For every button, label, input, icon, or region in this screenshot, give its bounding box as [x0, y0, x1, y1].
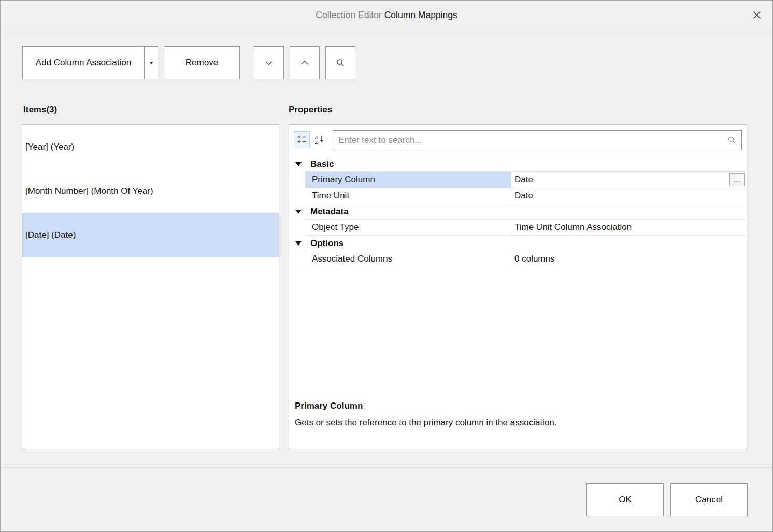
property-value-object-type[interactable]: Time Unit Column Association [511, 220, 746, 235]
search-button[interactable] [325, 46, 355, 79]
dialog-title-prefix: Collection Editor [316, 10, 381, 21]
dialog-title-main: Column Mappings [384, 10, 457, 21]
sort-az-icon: A Z [314, 135, 324, 145]
move-down-button[interactable] [254, 46, 284, 79]
property-row: Object Type Time Unit Column Association [305, 220, 746, 236]
category-label: Metadata [310, 207, 349, 217]
property-name-associated-columns[interactable]: Associated Columns [305, 251, 511, 267]
svg-text:Z: Z [315, 139, 318, 145]
category-label: Basic [310, 159, 334, 169]
titlebar: Collection Editor Column Mappings [1, 1, 772, 30]
items-header: Items(3) [23, 105, 57, 115]
chevron-up-icon [299, 57, 310, 68]
collapse-triangle-icon [295, 210, 302, 214]
dialog-title: Collection Editor Column Mappings [1, 1, 772, 30]
list-item[interactable]: [Year] (Year) [22, 125, 279, 169]
category-basic[interactable]: Basic [289, 156, 746, 172]
chevron-down-icon [149, 62, 153, 64]
category-metadata[interactable]: Metadata [289, 204, 746, 220]
property-row: Associated Columns 0 columns [305, 251, 746, 267]
collapse-triangle-icon [295, 162, 302, 166]
close-button[interactable] [749, 7, 765, 23]
property-name-object-type[interactable]: Object Type [305, 220, 511, 235]
add-column-association-label: Add Column Association [23, 47, 144, 79]
property-row: Time Unit Date [305, 188, 746, 204]
add-dropdown-button[interactable] [144, 47, 158, 79]
categorized-view-icon [297, 135, 307, 145]
ok-button[interactable]: OK [586, 483, 664, 516]
category-label: Options [310, 238, 343, 249]
footer-separator [1, 467, 772, 468]
list-item-selected[interactable]: [Date] (Date) [22, 213, 279, 257]
chevron-down-icon [263, 57, 275, 68]
property-value-text: 0 columns [514, 254, 554, 264]
property-value-text: Date [514, 191, 533, 201]
property-description-text: Gets or sets the reference to the primar… [295, 418, 557, 428]
collapse-triangle-icon [295, 241, 302, 246]
close-icon [752, 10, 762, 20]
move-up-button[interactable] [290, 46, 320, 79]
property-value-text: Time Unit Column Association [514, 222, 632, 233]
property-description-title: Primary Column [295, 401, 363, 411]
category-options[interactable]: Options [289, 236, 746, 251]
property-value-time-unit[interactable]: Date [511, 188, 746, 204]
ellipsis-button[interactable]: … [729, 173, 745, 186]
properties-panel: A Z Basic Primary Column Date … [289, 124, 747, 449]
remove-button[interactable]: Remove [164, 46, 240, 79]
property-row: Primary Column Date … [305, 172, 746, 188]
search-icon [336, 58, 345, 67]
property-value-associated-columns[interactable]: 0 columns [511, 251, 746, 267]
list-item[interactable]: [Month Number] (Month Of Year) [22, 169, 279, 213]
add-column-association-button[interactable]: Add Column Association [22, 46, 158, 79]
property-search-box [333, 130, 742, 150]
items-list: [Year] (Year) [Month Number] (Month Of Y… [22, 124, 279, 449]
property-search-input[interactable] [333, 131, 727, 150]
property-name-primary-column[interactable]: Primary Column [305, 172, 511, 188]
cancel-button[interactable]: Cancel [670, 483, 748, 516]
property-name-time-unit[interactable]: Time Unit [305, 188, 511, 204]
property-value-primary-column[interactable]: Date … [511, 172, 746, 188]
property-value-text: Date [514, 175, 533, 185]
properties-header: Properties [289, 105, 332, 115]
categorized-view-button[interactable] [294, 131, 310, 148]
alphabetical-sort-button[interactable]: A Z [311, 131, 327, 148]
search-icon [727, 136, 736, 145]
collection-editor-dialog: Collection Editor Column Mappings Add Co… [0, 0, 773, 532]
